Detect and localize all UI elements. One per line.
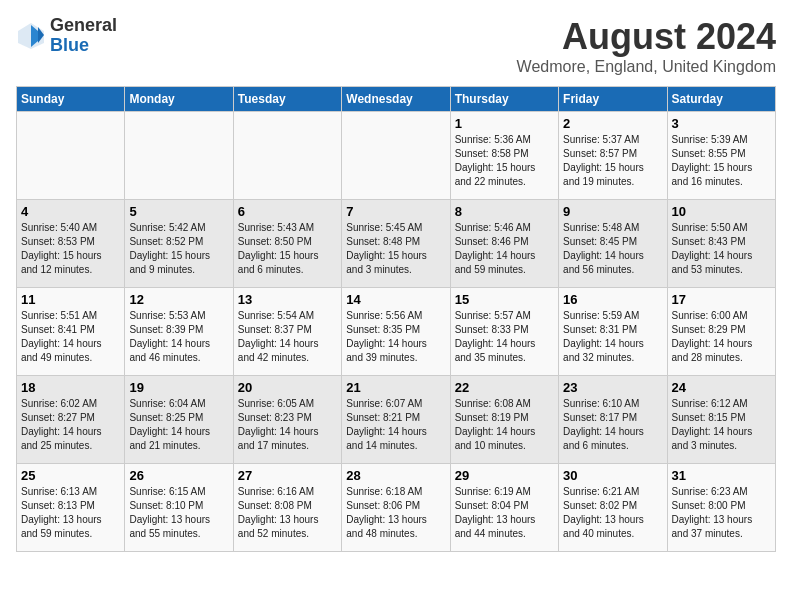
day-info: Sunrise: 5:51 AM Sunset: 8:41 PM Dayligh… (21, 309, 120, 365)
day-info: Sunrise: 5:43 AM Sunset: 8:50 PM Dayligh… (238, 221, 337, 277)
day-info: Sunrise: 6:23 AM Sunset: 8:00 PM Dayligh… (672, 485, 771, 541)
day-info: Sunrise: 6:04 AM Sunset: 8:25 PM Dayligh… (129, 397, 228, 453)
day-number: 31 (672, 468, 771, 483)
day-number: 24 (672, 380, 771, 395)
day-header-friday: Friday (559, 87, 667, 112)
day-info: Sunrise: 5:57 AM Sunset: 8:33 PM Dayligh… (455, 309, 554, 365)
calendar-cell: 20Sunrise: 6:05 AM Sunset: 8:23 PM Dayli… (233, 376, 341, 464)
calendar-table: SundayMondayTuesdayWednesdayThursdayFrid… (16, 86, 776, 552)
day-header-saturday: Saturday (667, 87, 775, 112)
week-row-1: 1Sunrise: 5:36 AM Sunset: 8:58 PM Daylig… (17, 112, 776, 200)
day-info: Sunrise: 5:50 AM Sunset: 8:43 PM Dayligh… (672, 221, 771, 277)
day-header-monday: Monday (125, 87, 233, 112)
day-info: Sunrise: 6:21 AM Sunset: 8:02 PM Dayligh… (563, 485, 662, 541)
day-number: 21 (346, 380, 445, 395)
day-number: 19 (129, 380, 228, 395)
day-number: 4 (21, 204, 120, 219)
day-number: 23 (563, 380, 662, 395)
calendar-cell: 9Sunrise: 5:48 AM Sunset: 8:45 PM Daylig… (559, 200, 667, 288)
calendar-cell: 16Sunrise: 5:59 AM Sunset: 8:31 PM Dayli… (559, 288, 667, 376)
calendar-cell: 7Sunrise: 5:45 AM Sunset: 8:48 PM Daylig… (342, 200, 450, 288)
day-info: Sunrise: 5:46 AM Sunset: 8:46 PM Dayligh… (455, 221, 554, 277)
day-number: 9 (563, 204, 662, 219)
calendar-cell: 26Sunrise: 6:15 AM Sunset: 8:10 PM Dayli… (125, 464, 233, 552)
day-info: Sunrise: 6:18 AM Sunset: 8:06 PM Dayligh… (346, 485, 445, 541)
calendar-cell: 11Sunrise: 5:51 AM Sunset: 8:41 PM Dayli… (17, 288, 125, 376)
day-info: Sunrise: 6:05 AM Sunset: 8:23 PM Dayligh… (238, 397, 337, 453)
day-info: Sunrise: 5:48 AM Sunset: 8:45 PM Dayligh… (563, 221, 662, 277)
calendar-cell: 3Sunrise: 5:39 AM Sunset: 8:55 PM Daylig… (667, 112, 775, 200)
day-info: Sunrise: 5:36 AM Sunset: 8:58 PM Dayligh… (455, 133, 554, 189)
day-number: 30 (563, 468, 662, 483)
day-info: Sunrise: 5:37 AM Sunset: 8:57 PM Dayligh… (563, 133, 662, 189)
week-row-4: 18Sunrise: 6:02 AM Sunset: 8:27 PM Dayli… (17, 376, 776, 464)
month-year-title: August 2024 (517, 16, 776, 58)
day-number: 3 (672, 116, 771, 131)
calendar-cell: 4Sunrise: 5:40 AM Sunset: 8:53 PM Daylig… (17, 200, 125, 288)
day-number: 1 (455, 116, 554, 131)
day-number: 15 (455, 292, 554, 307)
calendar-cell: 25Sunrise: 6:13 AM Sunset: 8:13 PM Dayli… (17, 464, 125, 552)
calendar-cell: 19Sunrise: 6:04 AM Sunset: 8:25 PM Dayli… (125, 376, 233, 464)
day-info: Sunrise: 6:00 AM Sunset: 8:29 PM Dayligh… (672, 309, 771, 365)
day-number: 10 (672, 204, 771, 219)
logo-blue-label: Blue (50, 36, 117, 56)
calendar-cell (342, 112, 450, 200)
day-number: 28 (346, 468, 445, 483)
day-info: Sunrise: 5:45 AM Sunset: 8:48 PM Dayligh… (346, 221, 445, 277)
day-info: Sunrise: 5:56 AM Sunset: 8:35 PM Dayligh… (346, 309, 445, 365)
day-header-wednesday: Wednesday (342, 87, 450, 112)
calendar-cell: 18Sunrise: 6:02 AM Sunset: 8:27 PM Dayli… (17, 376, 125, 464)
calendar-cell: 5Sunrise: 5:42 AM Sunset: 8:52 PM Daylig… (125, 200, 233, 288)
calendar-cell: 15Sunrise: 5:57 AM Sunset: 8:33 PM Dayli… (450, 288, 558, 376)
day-info: Sunrise: 6:07 AM Sunset: 8:21 PM Dayligh… (346, 397, 445, 453)
calendar-cell (17, 112, 125, 200)
logo-general-label: General (50, 16, 117, 36)
calendar-cell: 21Sunrise: 6:07 AM Sunset: 8:21 PM Dayli… (342, 376, 450, 464)
week-row-2: 4Sunrise: 5:40 AM Sunset: 8:53 PM Daylig… (17, 200, 776, 288)
calendar-cell: 13Sunrise: 5:54 AM Sunset: 8:37 PM Dayli… (233, 288, 341, 376)
days-header-row: SundayMondayTuesdayWednesdayThursdayFrid… (17, 87, 776, 112)
calendar-cell: 2Sunrise: 5:37 AM Sunset: 8:57 PM Daylig… (559, 112, 667, 200)
day-number: 6 (238, 204, 337, 219)
day-info: Sunrise: 5:42 AM Sunset: 8:52 PM Dayligh… (129, 221, 228, 277)
day-header-thursday: Thursday (450, 87, 558, 112)
calendar-cell: 22Sunrise: 6:08 AM Sunset: 8:19 PM Dayli… (450, 376, 558, 464)
day-info: Sunrise: 5:39 AM Sunset: 8:55 PM Dayligh… (672, 133, 771, 189)
day-info: Sunrise: 6:16 AM Sunset: 8:08 PM Dayligh… (238, 485, 337, 541)
logo-icon (16, 21, 46, 51)
day-number: 8 (455, 204, 554, 219)
calendar-cell: 1Sunrise: 5:36 AM Sunset: 8:58 PM Daylig… (450, 112, 558, 200)
calendar-cell: 10Sunrise: 5:50 AM Sunset: 8:43 PM Dayli… (667, 200, 775, 288)
day-number: 27 (238, 468, 337, 483)
calendar-cell: 31Sunrise: 6:23 AM Sunset: 8:00 PM Dayli… (667, 464, 775, 552)
day-number: 13 (238, 292, 337, 307)
calendar-cell: 27Sunrise: 6:16 AM Sunset: 8:08 PM Dayli… (233, 464, 341, 552)
logo: General Blue (16, 16, 117, 56)
day-number: 29 (455, 468, 554, 483)
day-info: Sunrise: 6:02 AM Sunset: 8:27 PM Dayligh… (21, 397, 120, 453)
calendar-cell: 28Sunrise: 6:18 AM Sunset: 8:06 PM Dayli… (342, 464, 450, 552)
day-number: 12 (129, 292, 228, 307)
week-row-5: 25Sunrise: 6:13 AM Sunset: 8:13 PM Dayli… (17, 464, 776, 552)
calendar-cell: 12Sunrise: 5:53 AM Sunset: 8:39 PM Dayli… (125, 288, 233, 376)
calendar-cell: 6Sunrise: 5:43 AM Sunset: 8:50 PM Daylig… (233, 200, 341, 288)
day-number: 7 (346, 204, 445, 219)
day-number: 17 (672, 292, 771, 307)
logo-text: General Blue (50, 16, 117, 56)
day-info: Sunrise: 5:40 AM Sunset: 8:53 PM Dayligh… (21, 221, 120, 277)
day-number: 14 (346, 292, 445, 307)
day-number: 5 (129, 204, 228, 219)
day-number: 16 (563, 292, 662, 307)
calendar-cell: 17Sunrise: 6:00 AM Sunset: 8:29 PM Dayli… (667, 288, 775, 376)
day-number: 25 (21, 468, 120, 483)
day-info: Sunrise: 5:54 AM Sunset: 8:37 PM Dayligh… (238, 309, 337, 365)
day-info: Sunrise: 5:53 AM Sunset: 8:39 PM Dayligh… (129, 309, 228, 365)
week-row-3: 11Sunrise: 5:51 AM Sunset: 8:41 PM Dayli… (17, 288, 776, 376)
title-block: August 2024 Wedmore, England, United Kin… (517, 16, 776, 76)
day-info: Sunrise: 6:13 AM Sunset: 8:13 PM Dayligh… (21, 485, 120, 541)
calendar-cell: 23Sunrise: 6:10 AM Sunset: 8:17 PM Dayli… (559, 376, 667, 464)
day-header-tuesday: Tuesday (233, 87, 341, 112)
day-number: 22 (455, 380, 554, 395)
day-info: Sunrise: 6:08 AM Sunset: 8:19 PM Dayligh… (455, 397, 554, 453)
